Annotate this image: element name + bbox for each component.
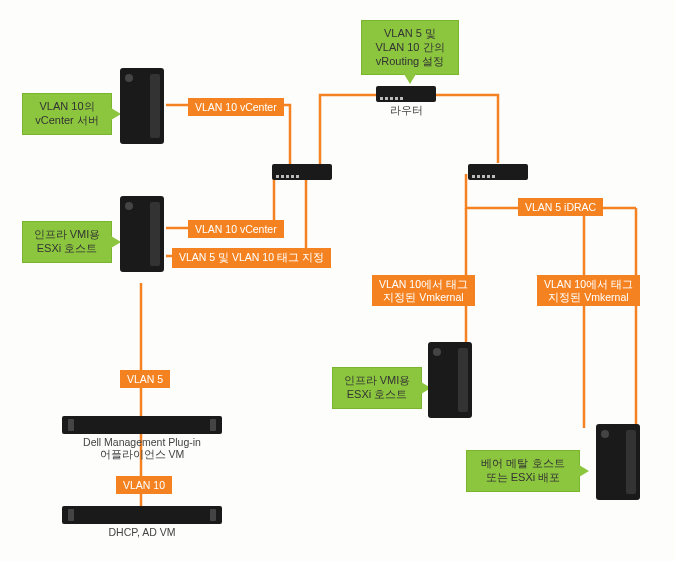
device-plugin-vm xyxy=(62,416,222,434)
device-router xyxy=(376,86,436,102)
caption-plugin: Dell Management Plug-in어플라이언스 VM xyxy=(62,436,222,462)
callout-infra-esxi-right-text: 인프라 VMI용ESXi 호스트 xyxy=(344,374,411,400)
label-vlan10-vmk-a: VLAN 10에서 태그지정된 Vmkernal xyxy=(372,275,475,306)
caption-dhcp: DHCP, AD VM xyxy=(62,526,222,538)
device-bare-metal xyxy=(596,424,640,500)
device-dhcp-vm xyxy=(62,506,222,524)
callout-infra-esxi-left-text: 인프라 VMI용ESXi 호스트 xyxy=(34,228,101,254)
label-vlan5-idrac: VLAN 5 iDRAC xyxy=(518,198,603,216)
callout-infra-esxi-left: 인프라 VMI용ESXi 호스트 xyxy=(22,221,112,263)
callout-bare-metal-text: 베어 메탈 호스트또는 ESXi 배포 xyxy=(481,457,564,483)
device-vcenter-server xyxy=(120,68,164,144)
label-vlan10-vcenter-b: VLAN 10 vCenter xyxy=(188,220,284,238)
callout-vcenter-server: VLAN 10의vCenter 서버 xyxy=(22,93,112,135)
label-vlan5-10-tag: VLAN 5 및 VLAN 10 태그 지정 xyxy=(172,248,331,268)
device-infra-esxi-left xyxy=(120,196,164,272)
label-vlan10-vmk-b: VLAN 10에서 태그지정된 Vmkernal xyxy=(537,275,640,306)
caption-router: 라우터 xyxy=(376,104,436,118)
device-infra-esxi-right xyxy=(428,342,472,418)
label-vlan5: VLAN 5 xyxy=(120,370,170,388)
callout-vrouting-text: VLAN 5 및VLAN 10 간의vRouting 설정 xyxy=(375,27,444,67)
device-switch-left xyxy=(272,164,332,180)
callout-vcenter-server-text: VLAN 10의vCenter 서버 xyxy=(35,100,99,126)
label-vlan10: VLAN 10 xyxy=(116,476,172,494)
callout-infra-esxi-right: 인프라 VMI용ESXi 호스트 xyxy=(332,367,422,409)
label-vlan10-vcenter-a: VLAN 10 vCenter xyxy=(188,98,284,116)
device-switch-right xyxy=(468,164,528,180)
callout-bare-metal: 베어 메탈 호스트또는 ESXi 배포 xyxy=(466,450,580,492)
callout-vrouting: VLAN 5 및VLAN 10 간의vRouting 설정 xyxy=(361,20,459,75)
